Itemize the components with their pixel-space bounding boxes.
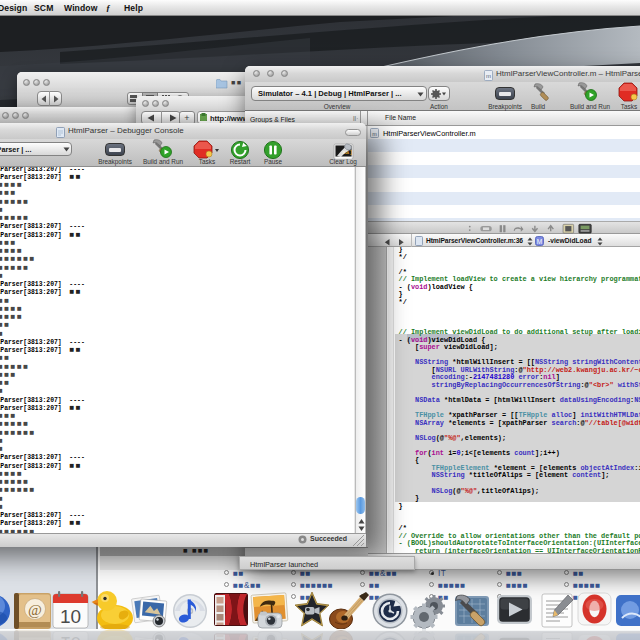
svg-text:m: m xyxy=(372,131,377,137)
svg-text:M: M xyxy=(537,238,542,245)
svg-text:@: @ xyxy=(28,602,42,618)
svg-text:m: m xyxy=(486,73,491,79)
svg-text:10: 10 xyxy=(60,606,81,627)
